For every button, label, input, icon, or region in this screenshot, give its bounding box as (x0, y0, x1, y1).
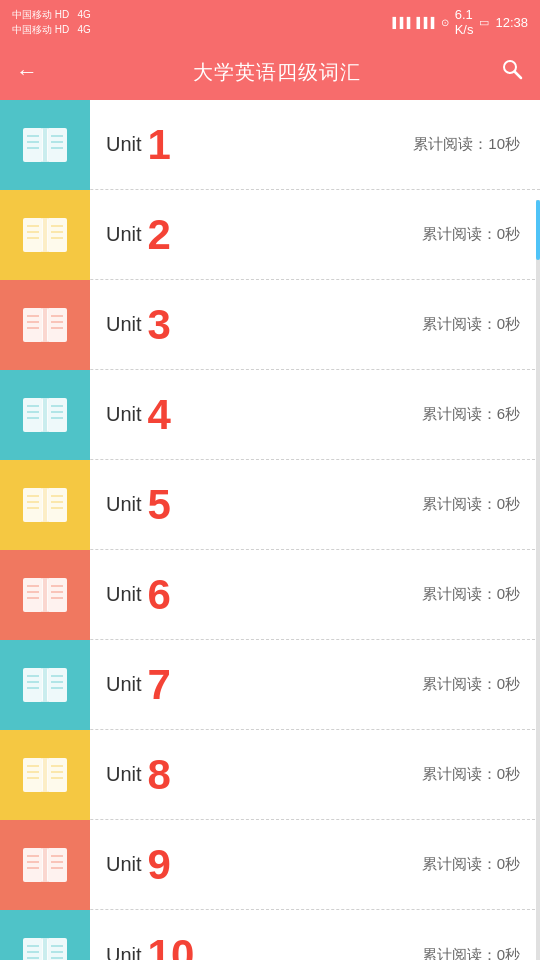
search-button[interactable] (500, 57, 524, 87)
carrier2-label: 中国移动 HD 4G (12, 23, 91, 37)
battery-icon: ▭ (479, 16, 489, 29)
unit-number-6: 6 (148, 574, 171, 616)
status-right: ▌▌▌ ▌▌▌ ⊙ 6.1K/s ▭ 12:38 (393, 7, 528, 37)
unit-label-8: Unit (106, 763, 142, 786)
unit-info-10: Unit 10 (90, 934, 422, 960)
unit-time-4: 累计阅读：6秒 (422, 405, 540, 424)
unit-time-6: 累计阅读：0秒 (422, 585, 540, 604)
unit-icon-7 (0, 640, 90, 730)
unit-item-1[interactable]: Unit 1 累计阅读：10秒 (0, 100, 540, 190)
unit-number-4: 4 (148, 394, 171, 436)
svg-rect-38 (23, 488, 43, 522)
carrier1-label: 中国移动 HD 4G (12, 8, 91, 22)
time-label: 12:38 (495, 15, 528, 30)
svg-rect-12 (47, 218, 67, 252)
unit-item-6[interactable]: Unit 6 累计阅读：0秒 (0, 550, 540, 640)
svg-rect-11 (23, 218, 43, 252)
unit-icon-4 (0, 370, 90, 460)
page-title: 大学英语四级词汇 (54, 59, 500, 86)
unit-icon-5 (0, 460, 90, 550)
unit-label-2: Unit (106, 223, 142, 246)
unit-info-3: Unit 3 (90, 304, 422, 346)
unit-number-2: 2 (148, 214, 171, 256)
svg-rect-40 (42, 488, 48, 522)
svg-rect-56 (23, 668, 43, 702)
unit-time-7: 累计阅读：0秒 (422, 675, 540, 694)
unit-info-9: Unit 9 (90, 844, 422, 886)
svg-rect-30 (47, 398, 67, 432)
unit-info-6: Unit 6 (90, 574, 422, 616)
search-icon (500, 57, 524, 81)
unit-label-3: Unit (106, 313, 142, 336)
unit-time-3: 累计阅读：0秒 (422, 315, 540, 334)
unit-label-7: Unit (106, 673, 142, 696)
svg-rect-74 (23, 848, 43, 882)
unit-time-5: 累计阅读：0秒 (422, 495, 540, 514)
speed-label: 6.1K/s (455, 7, 474, 37)
svg-rect-21 (47, 308, 67, 342)
svg-rect-83 (23, 938, 43, 960)
scrollbar-track (536, 200, 540, 960)
unit-icon-3 (0, 280, 90, 370)
svg-rect-65 (23, 758, 43, 792)
carrier-info: 中国移动 HD 4G 中国移动 HD 4G (12, 8, 91, 37)
svg-rect-84 (47, 938, 67, 960)
unit-item-9[interactable]: Unit 9 累计阅读：0秒 (0, 820, 540, 910)
unit-icon-1 (0, 100, 90, 190)
unit-label-10: Unit (106, 944, 142, 961)
unit-item-3[interactable]: Unit 3 累计阅读：0秒 (0, 280, 540, 370)
unit-label-9: Unit (106, 853, 142, 876)
svg-rect-85 (42, 938, 48, 960)
unit-icon-10 (0, 910, 90, 960)
svg-rect-4 (42, 128, 48, 162)
svg-rect-47 (23, 578, 43, 612)
svg-rect-58 (42, 668, 48, 702)
unit-item-7[interactable]: Unit 7 累计阅读：0秒 (0, 640, 540, 730)
unit-icon-6 (0, 550, 90, 640)
svg-line-1 (515, 72, 522, 79)
svg-rect-3 (47, 128, 67, 162)
svg-rect-66 (47, 758, 67, 792)
svg-rect-22 (42, 308, 48, 342)
unit-icon-8 (0, 730, 90, 820)
unit-number-1: 1 (148, 124, 171, 166)
unit-number-5: 5 (148, 484, 171, 526)
unit-label-1: Unit (106, 133, 142, 156)
toolbar: ← 大学英语四级词汇 (0, 44, 540, 100)
unit-icon-9 (0, 820, 90, 910)
unit-number-3: 3 (148, 304, 171, 346)
unit-time-9: 累计阅读：0秒 (422, 855, 540, 874)
svg-rect-49 (42, 578, 48, 612)
scrollbar-thumb[interactable] (536, 200, 540, 260)
unit-label-4: Unit (106, 403, 142, 426)
unit-time-8: 累计阅读：0秒 (422, 765, 540, 784)
unit-item-4[interactable]: Unit 4 累计阅读：6秒 (0, 370, 540, 460)
unit-number-8: 8 (148, 754, 171, 796)
unit-time-2: 累计阅读：0秒 (422, 225, 540, 244)
status-bar: 中国移动 HD 4G 中国移动 HD 4G ▌▌▌ ▌▌▌ ⊙ 6.1K/s ▭… (0, 0, 540, 44)
back-button[interactable]: ← (16, 59, 38, 85)
unit-list: Unit 1 累计阅读：10秒 Unit 2 累计阅读：0秒 (0, 100, 540, 960)
svg-rect-2 (23, 128, 43, 162)
svg-rect-39 (47, 488, 67, 522)
unit-item-5[interactable]: Unit 5 累计阅读：0秒 (0, 460, 540, 550)
unit-item-2[interactable]: Unit 2 累计阅读：0秒 (0, 190, 540, 280)
unit-item-10[interactable]: Unit 10 累计阅读：0秒 (0, 910, 540, 960)
unit-info-8: Unit 8 (90, 754, 422, 796)
svg-rect-13 (42, 218, 48, 252)
svg-rect-29 (23, 398, 43, 432)
svg-rect-75 (47, 848, 67, 882)
unit-info-4: Unit 4 (90, 394, 422, 436)
svg-rect-31 (42, 398, 48, 432)
svg-rect-76 (42, 848, 48, 882)
signal-icons: ▌▌▌ ▌▌▌ ⊙ (393, 17, 449, 28)
svg-rect-20 (23, 308, 43, 342)
unit-label-6: Unit (106, 583, 142, 606)
unit-label-5: Unit (106, 493, 142, 516)
unit-info-7: Unit 7 (90, 664, 422, 706)
unit-time-10: 累计阅读：0秒 (422, 946, 540, 961)
unit-number-10: 10 (148, 934, 195, 960)
unit-item-8[interactable]: Unit 8 累计阅读：0秒 (0, 730, 540, 820)
svg-rect-48 (47, 578, 67, 612)
svg-rect-57 (47, 668, 67, 702)
